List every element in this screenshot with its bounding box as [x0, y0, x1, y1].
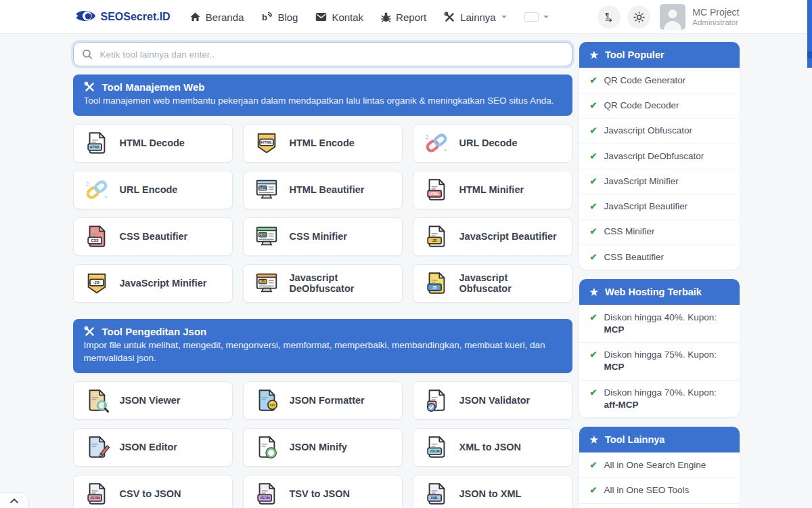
chevron-down-icon — [543, 16, 549, 18]
nav-item-kontak[interactable]: Kontak — [315, 12, 363, 23]
check-icon: ✔ — [590, 226, 597, 238]
svg-text:¶: ¶ — [606, 12, 610, 20]
brand-logo[interactable]: SEOSecret.ID — [73, 8, 171, 26]
javascript-beautifier-card[interactable]: JS JavaScript Beautifier — [413, 217, 572, 256]
search-input[interactable] — [99, 49, 564, 60]
html-beautifier-card[interactable]: HTML HTML Beautifier — [243, 171, 403, 209]
check-icon: ✔ — [590, 459, 597, 471]
sidebar-link-diskon-hingga-75-kupon-mcp[interactable]: ✔ Diskon hingga 75%. Kupon: MCP — [579, 342, 740, 379]
nav-item-blog[interactable]: b Blog — [261, 12, 298, 23]
sidebar-link-javascript-deobfuscator[interactable]: ✔ Javascript DeObfuscator — [579, 144, 740, 169]
nav-menu: Beranda b Blog Kontak Report Lainnya — [189, 12, 507, 23]
sidebar-link-javascript-obfuscator[interactable]: ✔ Javascript Obfuscator — [579, 118, 740, 143]
collapse-panel-tab[interactable] — [0, 492, 28, 508]
json-to-xml-card[interactable]: XML JSON to XML — [413, 475, 572, 508]
url-encode-card[interactable]: URL Encode — [73, 171, 233, 209]
json-minify-icon — [253, 433, 280, 461]
svg-text:b: b — [262, 12, 267, 22]
nav-item-lainnya[interactable]: Lainnya — [444, 12, 507, 23]
brand-name: SEOSecret.ID — [101, 11, 171, 23]
tool-label: JavaScript Minifier — [120, 278, 207, 289]
chevron-up-icon — [10, 499, 18, 503]
tool-label: HTML Beautifier — [290, 184, 365, 195]
javascript-deobfuscator-icon: JS — [253, 270, 280, 297]
javascript-obfuscator-card[interactable]: JS Javascript Obfuscator — [413, 264, 572, 303]
search-icon — [82, 49, 93, 60]
sidebar-link-qr-code-decoder[interactable]: ✔ QR Code Decoder — [579, 93, 740, 118]
sidebar-link-all-in-one-search-engine[interactable]: ✔ All in One Search Engine — [579, 452, 740, 478]
star-icon: ★ — [590, 50, 599, 60]
check-icon: ✔ — [590, 125, 597, 137]
json-editor-card[interactable]: JSON Editor — [73, 428, 233, 467]
json-formatter-card[interactable]: </> JSON Formatter — [243, 381, 403, 420]
javascript-minifier-card[interactable]: ·JS· JavaScript Minifier — [73, 264, 233, 303]
tool-label: URL Decode — [459, 137, 518, 148]
tool-label: URL Encode — [120, 184, 178, 195]
section-description: Tool manajemen web membantu pekerjaan da… — [84, 95, 562, 108]
tool-label: JSON Minify — [290, 442, 347, 452]
svg-text:HTML: HTML — [89, 146, 100, 150]
svg-text:</>: </> — [269, 403, 275, 407]
xml-to-json-icon: JSON — [423, 433, 450, 461]
xml-to-json-card[interactable]: JSON XML to JSON — [413, 428, 572, 467]
check-icon: ✔ — [590, 150, 597, 163]
sidebar-link-diskon-hingga-40-kupon-mcp[interactable]: ✔ Diskon hingga 40%. Kupon: MCP — [579, 305, 740, 342]
html-decode-card[interactable]: HTML HTML Decode — [73, 124, 233, 163]
avatar[interactable] — [660, 4, 685, 30]
sidebar-link-javascript-minifier[interactable]: ✔ JavaScript Minifier — [579, 169, 740, 194]
person-placeholder-icon — [660, 4, 685, 30]
json-minify-card[interactable]: JSON Minify — [243, 428, 403, 467]
sidebar-panel-header: ★ Tool Lainnya — [579, 427, 740, 452]
tool-label: Javascript Obfuscator — [459, 272, 562, 294]
svg-text:·JS·: ·JS· — [93, 280, 101, 285]
language-selector[interactable] — [524, 12, 549, 22]
json-formatter-icon: </> — [253, 387, 280, 414]
tsv-to-json-icon: JSON — [253, 480, 280, 507]
svg-text:JS: JS — [432, 286, 436, 290]
sidebar-link-diskon-hingga-70-kupon-aff-mcp[interactable]: ✔ Diskon hingga 70%. Kupon: aff-MCP — [579, 380, 740, 417]
sidebar-panel-header: ★ Tool Populer — [579, 42, 740, 68]
tool-label: JSON Formatter — [290, 395, 365, 406]
javascript-deobfuscator-card[interactable]: JS Javascript DeObfuscator — [243, 264, 403, 303]
json-validator-icon — [423, 387, 450, 414]
sidebar-link-all-in-one-seo-tools[interactable]: ✔ All in One SEO Tools — [579, 478, 740, 503]
sidebar-link-qr-code-generator[interactable]: ✔ QR Code Generator — [579, 68, 740, 93]
url-encode-icon — [83, 176, 110, 203]
nav-item-beranda[interactable]: Beranda — [189, 12, 244, 23]
theme-toggle-button[interactable] — [627, 5, 650, 28]
css-minifier-card[interactable]: CSS CSS Minifier — [243, 217, 403, 256]
csv-to-json-card[interactable]: JSON CSV to JSON — [73, 475, 233, 508]
css-beautifier-card[interactable]: CSS CSS Beautifier — [73, 217, 233, 256]
text-direction-button[interactable]: ¶ — [597, 5, 621, 28]
sidebar-panel-title: Tool Lainnya — [605, 434, 664, 445]
html-minifier-icon: HTML — [423, 176, 450, 203]
page-scrollbar-thumb[interactable] — [807, 0, 812, 68]
section-title: Tool Pengeditan Json — [102, 326, 207, 337]
svg-text:JSON: JSON — [429, 450, 439, 454]
html-minifier-card[interactable]: HTML HTML Minifier — [413, 171, 572, 209]
sidebar-link-javascript-beautifier[interactable]: ✔ JavaScript Beautifier — [579, 194, 740, 219]
csv-to-json-icon: JSON — [83, 480, 110, 507]
section-title: Tool Manajemen Web — [102, 81, 205, 93]
tools-icon — [84, 81, 95, 93]
json-viewer-card[interactable]: JSON Viewer — [73, 381, 233, 420]
sidebar-link-seo-analysis-tools[interactable]: ✔ SEO Analysis Tools — [579, 503, 740, 508]
nav-item-report[interactable]: Report — [381, 12, 426, 23]
section-tool-manajemen-web: Tool Manajemen Web Tool manajemen web me… — [73, 75, 572, 303]
section-header: Tool Pengeditan Json Impor file untuk me… — [73, 319, 572, 373]
check-icon: ✔ — [590, 251, 597, 263]
navbar: SEOSecret.ID Beranda b Blog Kontak Repor… — [0, 0, 812, 34]
search-box — [73, 42, 572, 66]
json-validator-card[interactable]: JSON Validator — [413, 381, 572, 420]
user-menu[interactable]: MC Project Administrator — [692, 7, 739, 28]
svg-text:JS: JS — [432, 239, 436, 243]
svg-text:HTML: HTML — [429, 192, 440, 196]
sidebar-link-css-minifier[interactable]: ✔ CSS Minifier — [579, 219, 740, 244]
url-decode-card[interactable]: URL Decode — [413, 124, 572, 163]
sidebar-link-css-beautifier[interactable]: ✔ CSS Beautifier — [579, 245, 740, 270]
html-beautifier-icon: HTML — [253, 176, 280, 203]
css-minifier-icon: CSS — [253, 223, 280, 250]
html-encode-card[interactable]: ·HTML· HTML Encode — [243, 124, 403, 163]
tool-grid: JSON Viewer </> JSON Formatter JSON Vali… — [73, 381, 572, 508]
tsv-to-json-card[interactable]: JSON TSV to JSON — [243, 475, 403, 508]
